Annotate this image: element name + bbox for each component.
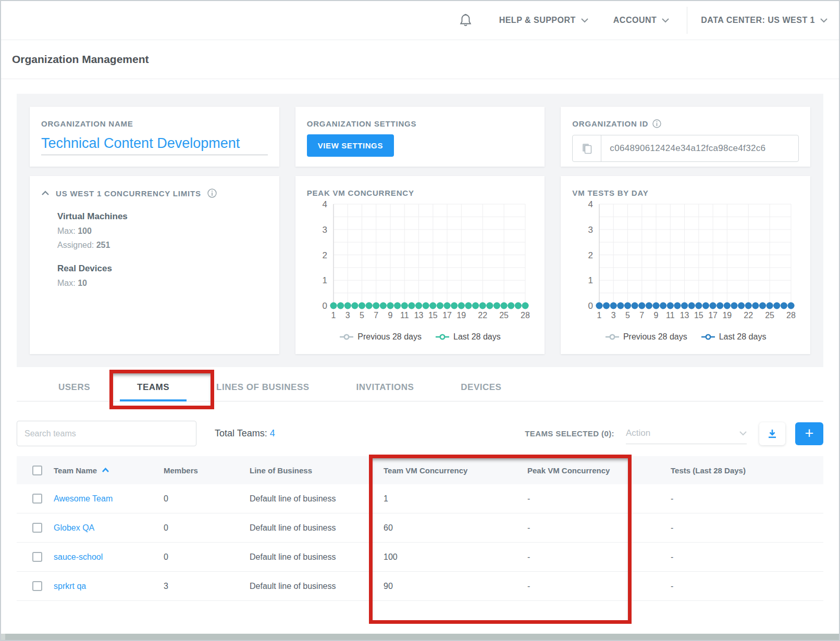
tab-teams[interactable]: TEAMS [114, 373, 193, 401]
line-of-business-cell: Default line of business [250, 494, 384, 504]
info-icon[interactable] [207, 188, 217, 198]
members-cell: 0 [164, 552, 250, 562]
concurrency-section-heading: Real Devices [57, 263, 268, 274]
svg-text:15: 15 [694, 311, 703, 320]
help-support-label: HELP & SUPPORT [499, 16, 576, 25]
plus-icon: + [805, 426, 814, 441]
organization-id-label: ORGANIZATION ID [572, 119, 648, 128]
data-center-menu[interactable]: DATA CENTER: US WEST 1 [701, 16, 827, 25]
legend-marker-icon [701, 334, 715, 340]
concurrency-value-line: Assigned: 251 [57, 241, 268, 250]
concurrency-section: Real DevicesMax: 10 [57, 263, 268, 288]
legend-item[interactable]: Previous 28 days [605, 332, 687, 342]
search-input[interactable] [17, 421, 196, 446]
column-header-team-name[interactable]: Team Name [54, 466, 164, 475]
tab-bar: USERSTEAMSLINES OF BUSINESSINVITATIONSDE… [17, 373, 823, 401]
notifications-bell-icon[interactable] [459, 13, 472, 28]
svg-text:7: 7 [639, 311, 644, 320]
view-settings-button[interactable]: VIEW SETTINGS [307, 134, 394, 157]
team-vm-concurrency-cell: 100 [384, 552, 527, 562]
svg-text:5: 5 [625, 311, 630, 320]
peak-vm-concurrency-title: PEAK VM CONCURRENCY [307, 188, 534, 197]
peak-vm-concurrency-cell: - [527, 523, 671, 533]
account-menu[interactable]: ACCOUNT [613, 16, 670, 25]
info-icon[interactable] [652, 119, 661, 128]
organization-id-value[interactable]: c064890612424e34a12fca98ce4f32c6 [601, 135, 765, 161]
svg-text:1: 1 [323, 275, 327, 285]
organization-name-value[interactable]: Technical Content Development [41, 135, 268, 155]
line-of-business-cell: Default line of business [250, 582, 384, 591]
column-header-label: Team Name [54, 466, 97, 475]
concurrency-value-line: Max: 10 [57, 279, 268, 288]
chart-legend: Previous 28 daysLast 28 days [572, 332, 799, 342]
chevron-down-icon [662, 18, 669, 23]
team-name-link[interactable]: Globex QA [54, 523, 94, 532]
tests-cell: - [671, 494, 823, 504]
tab-label: INVITATIONS [356, 382, 414, 393]
team-name-link[interactable]: sauce-school [54, 552, 103, 561]
tests-cell: - [671, 552, 823, 562]
svg-text:11: 11 [666, 311, 675, 320]
horizontal-scrollbar[interactable] [1, 634, 839, 640]
legend-label: Last 28 days [719, 332, 767, 342]
svg-text:4: 4 [588, 199, 592, 209]
column-header-team-vm-concurrency[interactable]: Team VM Concurrency [384, 466, 527, 475]
organization-name-card: ORGANIZATION NAME Technical Content Deve… [30, 107, 279, 167]
page-title: Organization Management [12, 53, 149, 66]
legend-item[interactable]: Last 28 days [435, 332, 501, 342]
row-checkbox[interactable] [32, 581, 42, 591]
tab-invitations[interactable]: INVITATIONS [333, 373, 438, 401]
tests-cell: - [671, 582, 823, 591]
chart-legend: Previous 28 daysLast 28 days [307, 332, 534, 342]
concurrency-section-heading: Virtual Machines [57, 211, 268, 222]
organization-settings-card: ORGANIZATION SETTINGS VIEW SETTINGS [295, 107, 545, 167]
row-checkbox[interactable] [32, 494, 42, 504]
help-support-menu[interactable]: HELP & SUPPORT [499, 16, 588, 25]
tab-label: LINES OF BUSINESS [216, 382, 310, 393]
column-header-peak-vm-concurrency[interactable]: Peak VM Concurrency [527, 466, 671, 475]
svg-text:7: 7 [374, 311, 378, 320]
row-checkbox[interactable] [32, 523, 42, 533]
teams-toolbar: Total Teams: 4 TEAMS SELECTED (0): Actio… [17, 421, 823, 446]
svg-text:1: 1 [331, 311, 336, 320]
collapse-chevron-up-icon[interactable] [41, 191, 50, 196]
sort-ascending-icon [102, 468, 109, 473]
team-vm-concurrency-cell: 1 [384, 494, 527, 504]
select-all-checkbox[interactable] [32, 466, 42, 475]
legend-label: Last 28 days [453, 332, 501, 342]
tab-users[interactable]: USERS [35, 373, 114, 401]
peak-vm-concurrency-card: PEAK VM CONCURRENCY 01234135791113151719… [295, 176, 545, 354]
concurrency-section: Virtual MachinesMax: 100Assigned: 251 [57, 211, 268, 250]
row-checkbox[interactable] [32, 552, 42, 562]
team-name-link[interactable]: sprkrt qa [54, 582, 86, 590]
column-header-line-of-business[interactable]: Line of Business [250, 466, 384, 475]
legend-label: Previous 28 days [623, 332, 687, 342]
tab-devices[interactable]: DEVICES [437, 373, 525, 401]
chevron-down-icon [739, 431, 747, 436]
tab-label: DEVICES [461, 382, 501, 393]
add-team-button[interactable]: + [795, 422, 823, 445]
peak-vm-concurrency-chart: 01234135791113151719222528 [307, 197, 534, 331]
table-row: Awesome Team0Default line of business1-- [17, 484, 823, 513]
action-dropdown[interactable]: Action [626, 423, 747, 444]
svg-text:17: 17 [442, 311, 452, 320]
column-header-members[interactable]: Members [164, 466, 250, 475]
svg-text:19: 19 [456, 311, 466, 320]
svg-text:3: 3 [323, 224, 327, 234]
legend-item[interactable]: Last 28 days [701, 332, 767, 342]
legend-marker-icon [605, 334, 620, 340]
organization-settings-label: ORGANIZATION SETTINGS [307, 119, 534, 128]
team-name-link[interactable]: Awesome Team [54, 494, 113, 503]
copy-icon[interactable] [573, 135, 601, 161]
peak-vm-concurrency-cell: - [527, 582, 671, 591]
legend-item[interactable]: Previous 28 days [339, 332, 422, 342]
table-row: sprkrt qa3Default line of business90-- [17, 572, 823, 601]
download-button[interactable] [759, 422, 785, 445]
total-teams-label: Total Teams: [215, 428, 267, 438]
column-header-tests-last-28-days-[interactable]: Tests (Last 28 Days) [671, 466, 823, 475]
table-header: Team NameMembersLine of BusinessTeam VM … [17, 456, 823, 484]
legend-marker-icon [435, 334, 450, 340]
svg-text:1: 1 [597, 311, 601, 320]
organization-name-label: ORGANIZATION NAME [41, 119, 268, 128]
tab-lines-of-business[interactable]: LINES OF BUSINESS [193, 373, 333, 401]
